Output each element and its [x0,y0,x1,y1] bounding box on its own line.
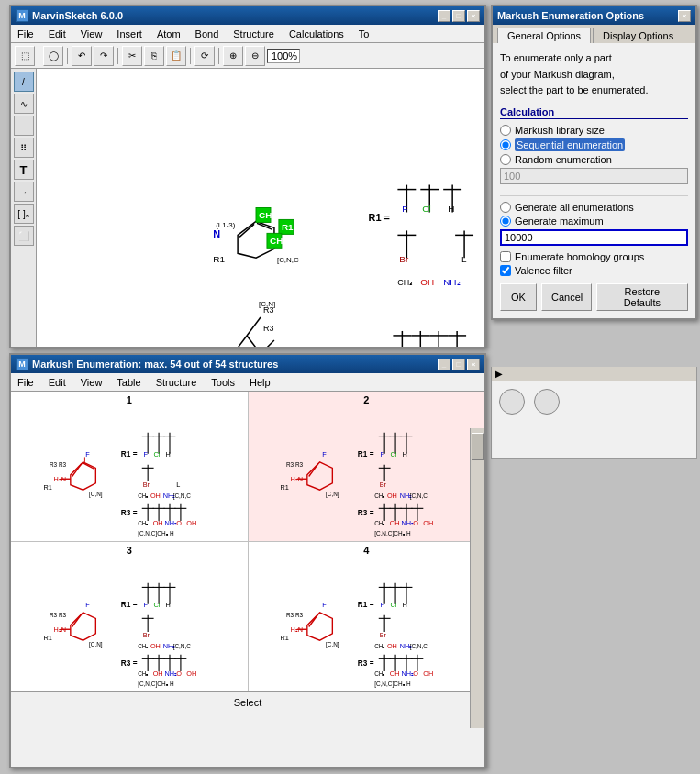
enum-menu-view[interactable]: View [78,376,106,389]
radio-generate-max-input[interactable] [500,216,511,227]
mol4-cn1: [C,N] [326,641,339,648]
drawing-canvas[interactable]: R1 CH R1 CH N (L1-3) [C,N] [C,N [37,69,484,347]
checkbox-valence-input[interactable] [500,265,511,276]
radio-sequential-input[interactable] [500,139,511,150]
wave-tool[interactable]: ∿ [14,94,34,114]
enum-menu-file[interactable]: File [15,376,37,389]
enum-cell-4[interactable]: 4 H₂N R3 R3 F R1 [C,N] [249,542,485,691]
menu-bond[interactable]: Bond [193,28,222,40]
cancel-button[interactable]: Cancel [541,283,592,311]
options-close-button[interactable]: × [678,10,691,22]
cut-tool[interactable]: ✂ [122,46,142,66]
enum-menu-table[interactable]: Table [114,376,143,389]
enum-maximize-button[interactable]: □ [452,359,465,370]
tab-general-options[interactable]: General Options [497,28,591,43]
toolbar-separator-5 [218,48,219,64]
panel-bottom-arrow: ▶ [495,369,503,379]
svg-marker-47 [307,462,333,490]
mol1-ch3-2: CH₃ [157,530,168,536]
bracket-tool[interactable]: [ ]ₙ [14,204,34,224]
radio-random-input[interactable] [500,154,511,165]
close-button[interactable]: × [467,10,480,22]
mol3-r3-section: R3 = CH₃ OH NH₂ O [121,655,197,688]
text-tool[interactable]: T [14,160,34,180]
oh-label-1: OH [420,277,434,287]
menu-edit[interactable]: Edit [46,28,69,40]
menu-calculations[interactable]: Calculations [286,28,347,40]
molecule-canvas: R1 CH R1 CH N (L1-3) [C,N] [C,N [37,69,484,347]
mol1-r3-o: O [176,519,182,527]
mol4-r3-section: R3 = CH₃ OH NH₂ O [358,655,434,688]
mol4-cn3: [C,N,C] [374,680,394,688]
zoom-in-tool[interactable]: ⊕ [223,46,243,66]
menu-file[interactable]: File [15,28,37,40]
radio-generate-all-input[interactable] [500,202,511,213]
lasso-tool[interactable]: ◯ [43,46,63,66]
input-10000[interactable] [500,229,688,246]
circle-button-1[interactable] [499,389,525,415]
arrow2-tool[interactable]: → [14,182,34,202]
enum-menu-tools[interactable]: Tools [208,376,238,389]
mol4-r3-o: O [414,669,419,678]
radio-markush-library-input[interactable] [500,125,511,136]
radio-random-label: Random enumeration [515,154,612,165]
mol3-r3-o: O [176,669,182,678]
divider-1 [500,195,688,196]
l1-3-label: (L1-3) [216,221,236,229]
enum-grid: 1 H₂N R3 R3 F [11,392,484,691]
radio-sequential: Sequential enumeration [500,138,688,151]
enum-cell-3[interactable]: 3 H₂N R3 R3 F R1 [C,N] [11,542,248,691]
copy-tool[interactable]: ⎘ [144,46,164,66]
rotate-tool[interactable]: ⟳ [194,46,215,66]
mol1-r3eq: R3 = [121,509,138,517]
enum-menu-help[interactable]: Help [247,376,273,389]
tab-display-options[interactable]: Display Options [593,28,683,43]
enum-cell-1[interactable]: 1 H₂N R3 R3 F [11,392,248,541]
enum-cell-2[interactable]: 2 H₂N R3 R3 F R1 [C,N] [249,392,485,541]
svg-line-86 [309,614,318,627]
rect-tool[interactable]: ⬜ [14,226,34,246]
ch3-label-1: CH₃ [397,278,413,287]
enum-scrollbar[interactable] [470,428,484,728]
menu-atom[interactable]: Atom [154,28,183,40]
enum-minimize-button[interactable]: _ [438,359,450,370]
h-label: H [448,204,454,214]
enum-menu-edit[interactable]: Edit [46,376,69,389]
checkbox-homology-input[interactable] [500,251,511,262]
enum-scrollbar-thumb[interactable] [472,433,484,460]
zoom-level: 100% [267,49,300,63]
menu-view[interactable]: View [78,28,106,40]
enum-menu-structure[interactable]: Structure [153,376,200,389]
enum-close-button[interactable]: × [467,359,480,370]
mol2-r1-cl: Cl [391,450,397,459]
menu-to[interactable]: To [356,28,372,40]
dots-tool[interactable]: ⠿ [14,138,34,158]
arrow-tool[interactable]: / [14,72,34,92]
line-tool[interactable]: — [14,116,34,136]
mol2-cn1: [C,N] [326,491,339,498]
mol3-ch3-2: CH₃ [157,680,168,687]
restore-defaults-button[interactable]: Restore Defaults [596,283,688,311]
zoom-out-tool[interactable]: ⊖ [245,46,265,66]
info-line-2: of your Markush diagram, [500,67,688,83]
marvin-titlebar: M MarvinSketch 6.0.0 _ □ × [11,6,484,25]
mol2-r3r3: R3 R3 [286,461,304,468]
toolbar-separator-4 [190,48,191,64]
menu-structure[interactable]: Structure [230,28,277,40]
ok-button[interactable]: OK [500,283,537,311]
mol3-h: H [170,680,174,687]
mol1-oh: OH [150,492,161,500]
undo-tool[interactable]: ↶ [72,46,92,66]
mol2-r1-f: F [381,450,385,459]
main-molecule: R1 CH R1 CH N (L1-3) [C,N] [C,N [213,208,299,309]
input-100[interactable] [500,168,688,184]
minimize-button[interactable]: _ [438,10,450,22]
select-tool[interactable]: ⬚ [15,46,35,66]
paste-tool[interactable]: 📋 [166,46,186,66]
redo-tool[interactable]: ↷ [94,46,114,66]
circle-button-2[interactable] [534,389,560,415]
maximize-button[interactable]: □ [452,10,465,22]
mol1-r3-oh: OH [152,519,162,527]
ch-label: CH [270,236,283,246]
menu-insert[interactable]: Insert [114,28,145,40]
